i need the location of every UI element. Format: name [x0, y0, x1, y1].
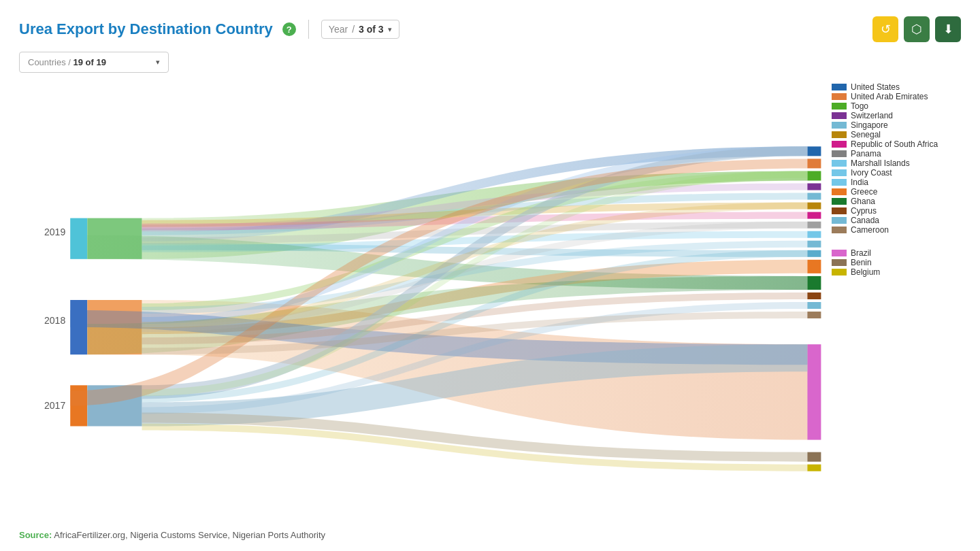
node-swiss: [807, 183, 821, 190]
legend-color-swatch: [832, 103, 847, 110]
node-uae: [807, 158, 821, 168]
node-cameroon: [807, 312, 821, 318]
node-panama: [807, 222, 821, 229]
legend-item: Canada: [832, 216, 961, 225]
header-left: Urea Export by Destination Country ? Yea…: [19, 20, 399, 39]
legend-label: Ghana: [851, 197, 875, 206]
legend-label: Marshall Islands: [851, 158, 910, 168]
legend-label: Republic of South Africa: [851, 139, 938, 149]
legend-item: Singapore: [832, 120, 961, 130]
legend-label: Switzerland: [851, 111, 893, 120]
filter-row: Countries / 19 of 19 ▾: [19, 52, 961, 73]
legend-label: Belgium: [851, 267, 880, 277]
node-senegal: [807, 203, 821, 210]
download-button[interactable]: ⬇: [935, 16, 961, 42]
legend-item: Brazil: [832, 248, 961, 258]
legend-color-swatch: [832, 259, 847, 266]
legend-item: Switzerland: [832, 111, 961, 120]
year-2017-label: 2017: [44, 400, 65, 411]
legend-color-swatch: [832, 122, 847, 129]
source-text: AfricaFertilizer.org, Nigeria Customs Se…: [54, 530, 325, 540]
legend-item: Benin: [832, 258, 961, 267]
filter-chevron-icon: ▾: [156, 58, 160, 67]
year-value: 3 of 3: [359, 24, 384, 35]
help-icon[interactable]: ?: [282, 22, 296, 36]
legend-color-swatch: [832, 131, 847, 138]
legend-label: Togo: [851, 101, 868, 111]
legend-label: United States: [851, 82, 900, 92]
node-india: [807, 250, 821, 257]
legend-color-swatch: [832, 93, 847, 100]
legend-label: Cyprus: [851, 206, 877, 216]
legend-label: Ivory Coast: [851, 168, 892, 178]
legend-color-swatch: [832, 227, 847, 233]
legend-color-swatch: [832, 160, 847, 167]
legend-area: United States United Arab Emirates Togo …: [832, 82, 961, 277]
year-label: Year: [329, 24, 348, 35]
legend-label: India: [851, 178, 868, 187]
legend-label: Canada: [851, 216, 879, 225]
chart-title: Urea Export by Destination Country: [19, 20, 273, 38]
node-singapore: [807, 193, 821, 200]
legend-label: Benin: [851, 258, 872, 267]
chart-area: 2019 2018 2017: [19, 82, 961, 524]
legend-color-swatch: [832, 198, 847, 205]
chevron-down-icon: ▾: [388, 25, 392, 34]
filter-value: 19 of 19: [74, 57, 106, 67]
legend-color-swatch: [832, 188, 847, 195]
camera-button[interactable]: ⬡: [904, 16, 930, 42]
legend-item: Cyprus: [832, 206, 961, 216]
legend-color-swatch: [832, 112, 847, 119]
node-ghana: [807, 276, 821, 290]
toolbar-icons: ↺ ⬡ ⬇: [872, 16, 961, 42]
legend-color-swatch: [832, 150, 847, 157]
node-greece: [807, 260, 821, 273]
source-row: Source: AfricaFertilizer.org, Nigeria Cu…: [19, 530, 961, 540]
filter-label: Countries: [28, 57, 66, 67]
node-us: [807, 146, 821, 156]
year-2018-label: 2018: [44, 315, 65, 326]
legend-item: Marshall Islands: [832, 158, 961, 168]
legend-label: Panama: [851, 149, 881, 158]
legend-item: Togo: [832, 101, 961, 111]
year-selector[interactable]: Year / 3 of 3 ▾: [321, 20, 399, 39]
legend-item: India: [832, 178, 961, 187]
camera-icon: ⬡: [911, 22, 922, 37]
legend-label: Singapore: [851, 120, 888, 130]
legend-item: Ivory Coast: [832, 168, 961, 178]
node-2019-cyan: [70, 218, 87, 259]
legend-label: United Arab Emirates: [851, 92, 928, 101]
node-rsa: [807, 212, 821, 219]
legend-item: Belgium: [832, 267, 961, 277]
node-marshall: [807, 231, 821, 238]
legend-item: Senegal: [832, 130, 961, 139]
legend-label: Greece: [851, 187, 877, 197]
legend-item: Republic of South Africa: [832, 139, 961, 149]
node-ivorycoast: [807, 241, 821, 248]
node-cyprus: [807, 293, 821, 299]
countries-filter[interactable]: Countries / 19 of 19 ▾: [19, 52, 169, 73]
legend-item: Greece: [832, 187, 961, 197]
legend-color-swatch: [832, 84, 847, 90]
legend-color-swatch: [832, 250, 847, 256]
legend-color-swatch: [832, 169, 847, 176]
node-togo: [807, 171, 821, 180]
legend-item: United States: [832, 82, 961, 92]
source-label: Source:: [19, 530, 52, 540]
legend-label: Brazil: [851, 248, 871, 258]
legend-label: Senegal: [851, 130, 881, 139]
node-canada: [807, 302, 821, 309]
refresh-button[interactable]: ↺: [872, 16, 898, 42]
node-brazil: [807, 344, 821, 439]
legend-item: Panama: [832, 149, 961, 158]
legend-color-swatch: [832, 179, 847, 186]
legend-label: Cameroon: [851, 225, 889, 235]
year-2019-label: 2019: [44, 227, 65, 237]
legend-item: Ghana: [832, 197, 961, 206]
legend-item: United Arab Emirates: [832, 92, 961, 101]
legend-item: Cameroon: [832, 225, 961, 235]
refresh-icon: ↺: [881, 22, 891, 37]
sankey-chart: 2019 2018 2017: [19, 82, 961, 524]
header-row: Urea Export by Destination Country ? Yea…: [19, 16, 961, 42]
legend-color-swatch: [832, 141, 847, 148]
